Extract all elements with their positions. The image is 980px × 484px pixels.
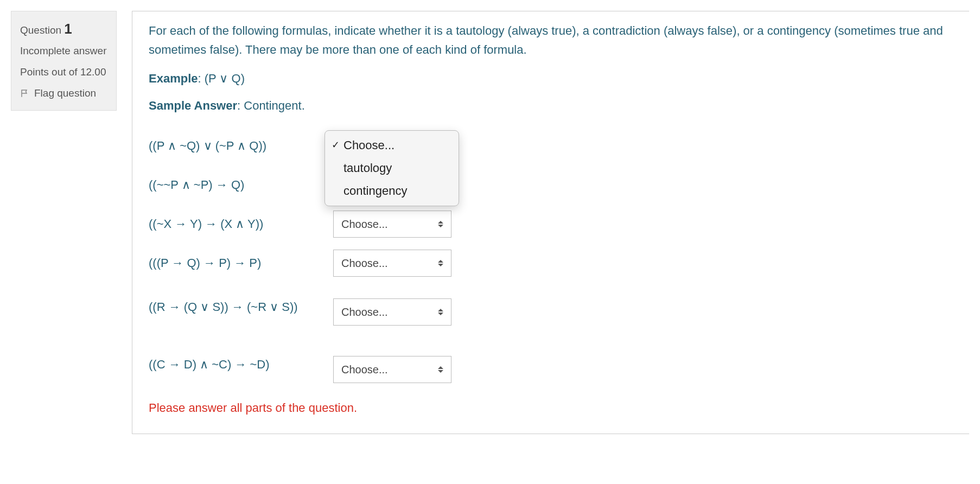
example-value: (P ∨ Q) [205, 72, 245, 85]
formula-row: ((~X → Y) → (X ∧ Y)) Choose... [149, 211, 953, 238]
formula-text: ((C → D) ∧ ~C) → ~D) [149, 355, 333, 374]
formula-row: (((P → Q) → P) → P) Choose... [149, 250, 953, 277]
sample-label: Sample Answer [149, 99, 237, 112]
formula-row: ((C → D) ∧ ~C) → ~D) Choose... [149, 346, 953, 383]
question-status: Incomplete answer [20, 44, 107, 59]
answer-select-wrap: Choose... [333, 211, 451, 238]
answer-select[interactable]: Choose... [333, 298, 451, 326]
chevron-updown-icon [438, 366, 443, 373]
question-content: For each of the following formulas, indi… [132, 11, 969, 434]
dropdown-option-contingency[interactable]: contingency [325, 180, 459, 202]
sample-value: Contingent. [244, 99, 305, 112]
formula-text: (((P → Q) → P) → P) [149, 253, 333, 272]
chevron-updown-icon [438, 260, 443, 266]
example-label: Example [149, 72, 198, 85]
select-value: Choose... [341, 361, 388, 378]
formula-text: ((~~P ∧ ~P) → Q) [149, 175, 333, 194]
select-value: Choose... [341, 254, 388, 272]
formula-text: ((~X → Y) → (X ∧ Y)) [149, 214, 333, 233]
formula-row: ((~~P ∧ ~P) → Q) Choose... [149, 171, 953, 199]
formula-text: ((R → (Q ∨ S)) → (~R ∨ S)) [149, 297, 333, 316]
select-value: Choose... [341, 303, 388, 321]
chevron-updown-icon [438, 309, 443, 315]
answer-select-wrap: Choose... [333, 356, 451, 383]
dropdown-option-choose[interactable]: ✓ Choose... [325, 134, 459, 157]
flag-icon [20, 88, 30, 98]
select-value: Choose... [341, 215, 388, 233]
sample-answer-line: Sample Answer: Contingent. [149, 96, 953, 115]
question-points: Points out of 12.00 [20, 65, 107, 80]
answer-select-wrap: Choose... [333, 250, 451, 277]
question-number: 1 [64, 21, 72, 37]
option-label: Choose... [343, 136, 394, 155]
answer-select-wrap: Choose... ✓ Choose... tautology [333, 132, 451, 160]
example-line: Example: (P ∨ Q) [149, 69, 953, 88]
question-info-panel: Question 1 Incomplete answer Points out … [11, 11, 117, 111]
question-title: Question 1 [20, 19, 107, 39]
formula-text: ((P ∧ ~Q) ∨ (~P ∧ Q)) [149, 136, 333, 155]
option-label: tautology [343, 159, 392, 177]
formula-row: ((R → (Q ∨ S)) → (~R ∨ S)) Choose... [149, 289, 953, 326]
chevron-updown-icon [438, 221, 443, 227]
validation-message: Please answer all parts of the question. [149, 398, 953, 417]
answer-select[interactable]: Choose... [333, 211, 451, 238]
question-intro: For each of the following formulas, indi… [149, 21, 953, 59]
check-icon: ✓ [332, 138, 343, 153]
answer-select[interactable]: Choose... [333, 356, 451, 383]
dropdown-option-tautology[interactable]: tautology [325, 157, 459, 180]
flag-question-link[interactable]: Flag question [20, 86, 107, 101]
formula-row: ((P ∧ ~Q) ∨ (~P ∧ Q)) Choose... ✓ Choose… [149, 132, 953, 160]
dropdown-menu: ✓ Choose... tautology contingency [324, 130, 459, 206]
question-label: Question [20, 24, 61, 36]
answer-select[interactable]: Choose... [333, 250, 451, 277]
flag-label: Flag question [34, 86, 96, 101]
option-label: contingency [343, 182, 407, 200]
answer-select-wrap: Choose... [333, 298, 451, 326]
